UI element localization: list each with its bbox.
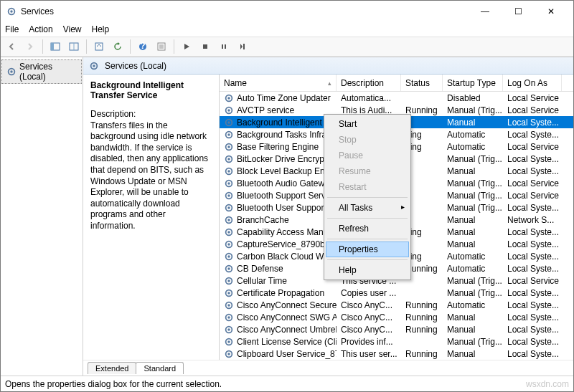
cell-name: BranchCache — [237, 215, 289, 225]
svg-point-24 — [227, 109, 230, 112]
forward-button[interactable] — [22, 39, 38, 54]
table-row[interactable]: Client License Service (ClipS...Provides… — [220, 335, 573, 348]
menu-action[interactable]: Action — [29, 24, 52, 34]
minimize-button[interactable]: — — [469, 1, 502, 22]
gear-icon — [224, 312, 234, 322]
cell-logon: Local Service — [503, 191, 562, 201]
svg-point-64 — [227, 353, 230, 355]
properties-button[interactable] — [154, 39, 169, 54]
context-menu: StartStopPauseResumeRestartAll Tasks▸Ref… — [324, 114, 411, 280]
service-detail-pane: Background Intelligent Transfer Service … — [83, 75, 220, 360]
cell-name: Cellular Time — [237, 276, 287, 286]
tab-extended[interactable]: Extended — [88, 362, 136, 374]
col-logon[interactable]: Log On As — [503, 75, 562, 91]
cell-name: Block Level Backup Eng... — [237, 166, 337, 176]
gear-icon — [224, 264, 234, 274]
back-button[interactable] — [4, 39, 19, 54]
svg-point-30 — [227, 145, 230, 148]
cell-name: Base Filtering Engine — [237, 142, 319, 152]
gear-icon — [6, 67, 17, 77]
context-menu-separator — [327, 259, 408, 260]
cell-logon: Local Syste... — [503, 264, 562, 274]
gear-icon — [224, 325, 234, 335]
context-menu-item[interactable]: Start — [326, 116, 409, 132]
watermark: wsxdn.com — [526, 379, 569, 389]
menu-help[interactable]: Help — [92, 24, 110, 34]
window-title: Services — [21, 6, 54, 16]
start-service-button[interactable] — [179, 39, 194, 54]
services-icon — [6, 6, 17, 16]
cell-startup: Disabled — [443, 93, 503, 103]
col-name[interactable]: Name▴ — [220, 75, 337, 91]
menu-file[interactable]: File — [5, 24, 19, 34]
svg-rect-3 — [51, 43, 54, 50]
export-button[interactable] — [91, 39, 107, 54]
svg-point-38 — [227, 194, 230, 197]
gear-icon — [224, 252, 234, 262]
table-body[interactable]: Auto Time Zone UpdaterAutomatica...Disab… — [220, 92, 573, 360]
cell-startup: Automatic — [443, 142, 503, 152]
cell-startup: Manual — [443, 227, 503, 237]
col-description[interactable]: Description — [337, 75, 401, 91]
cell-startup: Automatic — [443, 264, 503, 274]
col-status[interactable]: Status — [401, 75, 443, 91]
cell-logon: Local Syste... — [503, 166, 562, 176]
cell-name: Auto Time Zone Updater — [237, 93, 331, 103]
cell-startup: Manual (Trig... — [443, 288, 503, 298]
detail-view-button[interactable] — [66, 39, 82, 54]
context-menu-separator — [327, 218, 408, 219]
table-row[interactable]: Cisco AnyConnect Secure ...Cisco AnyC...… — [220, 299, 573, 311]
cell-name: Background Intelligent T... — [237, 118, 336, 128]
cell-name: Certificate Propagation — [237, 288, 324, 298]
pause-service-button[interactable] — [216, 39, 232, 54]
tree-root-services[interactable]: Services (Local) — [1, 59, 82, 84]
tab-standard[interactable]: Standard — [136, 362, 184, 374]
gear-icon — [224, 215, 234, 225]
svg-text:?: ? — [140, 42, 145, 51]
table-row[interactable]: Clipboard User Service_8790bThis user se… — [220, 348, 573, 360]
svg-rect-15 — [225, 44, 226, 49]
table-row[interactable]: Auto Time Zone UpdaterAutomatica...Disab… — [220, 92, 573, 104]
cell-description: Automatica... — [337, 93, 401, 103]
cell-startup: Manual (Trig... — [443, 191, 503, 201]
cell-logon: Local Syste... — [503, 154, 562, 164]
show-hide-tree-button[interactable] — [47, 39, 63, 54]
menu-view[interactable]: View — [63, 24, 82, 34]
cell-name: Client License Service (ClipS... — [237, 337, 337, 347]
stop-service-button[interactable] — [197, 39, 213, 54]
context-menu-item[interactable]: Refresh — [326, 221, 409, 236]
content-area: Services (Local) Services (Local) Backgr… — [1, 57, 573, 376]
cell-startup: Automatic — [443, 300, 503, 310]
table-row[interactable]: Cisco AnyConnect Umbrell...Cisco AnyC...… — [220, 323, 573, 335]
context-menu-item[interactable]: All Tasks▸ — [326, 200, 409, 216]
cell-description: This user ser... — [337, 349, 401, 359]
refresh-button[interactable] — [110, 39, 126, 54]
cell-logon: Local Syste... — [503, 239, 562, 249]
detail-header: Services (Local) — [83, 57, 573, 75]
context-menu-item[interactable]: Properties — [326, 242, 409, 257]
cell-status: Running — [401, 312, 443, 322]
svg-point-34 — [227, 170, 230, 173]
context-menu-item: Pause — [326, 148, 409, 163]
cell-name: CaptureService_8790b — [237, 239, 325, 249]
cell-description: Cisco AnyC... — [337, 325, 401, 335]
cell-description: Cisco AnyC... — [337, 300, 401, 310]
selected-service-description: Transfers files in the background using … — [90, 120, 212, 232]
gear-icon — [224, 300, 234, 310]
help-button[interactable]: ? — [135, 39, 151, 54]
svg-point-58 — [227, 316, 230, 319]
cell-startup: Manual (Trig... — [443, 178, 503, 188]
cell-name: CB Defense — [237, 264, 283, 274]
col-startup[interactable]: Startup Type — [443, 75, 503, 91]
restart-service-button[interactable] — [235, 39, 250, 54]
table-row[interactable]: Certificate PropagationCopies user ...Ma… — [220, 287, 573, 299]
context-menu-item[interactable]: Help — [326, 262, 409, 278]
table-row[interactable]: Cisco AnyConnect SWG Ag...Cisco AnyC...R… — [220, 311, 573, 323]
maximize-button[interactable]: ☐ — [502, 1, 535, 22]
cell-logon: Local Syste... — [503, 203, 562, 213]
tree-panel: Services (Local) — [1, 57, 83, 376]
svg-point-1 — [10, 10, 13, 13]
gear-icon — [224, 288, 234, 298]
close-button[interactable]: ✕ — [535, 1, 568, 22]
gear-icon — [224, 337, 234, 347]
